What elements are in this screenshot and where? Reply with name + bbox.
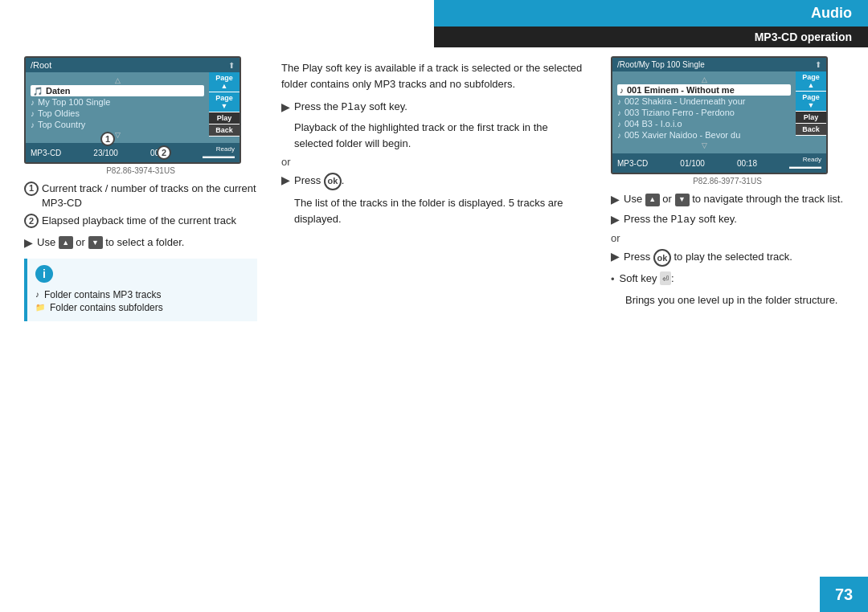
softkey-icon: ⏎: [660, 271, 671, 285]
left-img-ref: P82.86-3974-31US: [24, 166, 257, 175]
left-screen-footer: MP3-CD 23/100 00:18 Ready ▬▬▬▬▬: [26, 143, 240, 162]
left-device-screen: /Root ⬆ Page ▲ Page ▼ Play Back △ 🎵: [24, 56, 241, 164]
or-1: or: [281, 156, 587, 168]
music-icon-2: ♪: [31, 109, 35, 118]
left-screen-path: /Root ⬆: [26, 58, 240, 72]
header: Audio MP3-CD operation: [434, 0, 868, 47]
right-press-play: ▶ Press the Play soft key.: [611, 212, 844, 227]
page-number: 73: [820, 577, 868, 612]
screen-row-eminem: ♪ 001 Eminem - Without me: [617, 84, 791, 96]
folder-mp3-icon: ♪: [35, 290, 39, 299]
folder-sub-icon: 📁: [35, 303, 45, 312]
right-back-button[interactable]: Back: [796, 124, 826, 136]
soft-key-bullet: • Soft key ⏎:: [611, 271, 844, 287]
nav-down-icon: ▼: [88, 236, 103, 249]
middle-panel: The Play soft key is available if a trac…: [273, 56, 595, 572]
page-down-button[interactable]: Page ▼: [209, 92, 240, 112]
right-device-screen: /Root/My Top 100 Single ⬆ Page ▲ Page ▼ …: [611, 56, 828, 174]
screen-row-daten: 🎵 Daten: [31, 85, 204, 96]
info-row-1: ♪ Folder contains MP3 tracks: [35, 289, 249, 300]
right-press-ok: ▶ Press ok to play the selected track.: [611, 249, 844, 267]
back-button[interactable]: Back: [209, 124, 240, 137]
soft-key-desc: Brings you one level up in the folder st…: [625, 292, 844, 308]
right-nav-down-icon: ▼: [675, 194, 690, 206]
left-screen-wrapper: /Root ⬆ Page ▲ Page ▼ Play Back △ 🎵: [24, 56, 257, 164]
screen-row-top100: ♪ My Top 100 Single: [31, 96, 204, 108]
right-screen-footer: MP3-CD 01/100 00:18 Ready ▬▬▬▬▬: [612, 153, 826, 173]
right-panel: /Root/My Top 100 Single ⬆ Page ▲ Page ▼ …: [611, 56, 844, 572]
play-button[interactable]: Play: [209, 112, 240, 124]
screen-row-b3: ♪ 004 B3 - I.o.i.o: [617, 118, 791, 129]
left-panel: /Root ⬆ Page ▲ Page ▼ Play Back △ 🎵: [24, 56, 257, 572]
callout-1-desc: 1 Current track / number of tracks on th…: [24, 182, 257, 210]
ok-button-icon: ok: [324, 173, 342, 190]
right-play-code: Play: [671, 214, 696, 226]
right-music-icon-2: ♪: [617, 108, 621, 117]
right-screen-buttons: Page ▲ Page ▼ Play Back: [796, 71, 826, 136]
callout-1: 1: [100, 132, 115, 146]
main-content: /Root ⬆ Page ▲ Page ▼ Play Back △ 🎵: [24, 56, 844, 572]
play-code: Play: [342, 101, 366, 113]
step1-desc: Playback of the highlighted track or the…: [294, 120, 587, 151]
right-music-icon-0: ♪: [620, 86, 624, 95]
info-row-2: 📁 Folder contains subfolders: [35, 302, 249, 313]
screen-row-xavier: ♪ 005 Xavier Naidoo - Bevor du: [617, 129, 791, 141]
right-play-button[interactable]: Play: [796, 112, 826, 124]
info-icon: i: [35, 265, 53, 283]
right-use-nav: ▶ Use ▲ or ▼ to navigate through the tra…: [611, 192, 844, 207]
music-icon-1: ♪: [31, 98, 35, 107]
nav-up-icon: ▲: [59, 236, 73, 249]
step2-bullet: ▶ Press ok.: [281, 173, 587, 190]
screen-row-oldies: ♪ Top Oldies: [31, 108, 204, 119]
right-music-icon-4: ♪: [617, 131, 621, 140]
right-music-icon-3: ♪: [617, 120, 621, 129]
info-box: i ♪ Folder contains MP3 tracks 📁 Folder …: [24, 259, 257, 321]
right-page-up-button[interactable]: Page ▲: [796, 71, 826, 92]
right-screen-wrapper: /Root/My Top 100 Single ⬆ Page ▲ Page ▼ …: [611, 56, 844, 174]
step1-bullet: ▶ Press the Play soft key.: [281, 100, 587, 115]
step2-desc: The list of the tracks in the folder is …: [294, 195, 587, 226]
right-nav-up-icon: ▲: [645, 194, 660, 206]
page-up-button[interactable]: Page ▲: [209, 72, 240, 92]
or-2: or: [611, 232, 844, 244]
folder-music-icon: 🎵: [33, 87, 43, 96]
callout-2: 2: [157, 145, 171, 160]
callout-list: 1 Current track / number of tracks on th…: [24, 182, 257, 229]
right-ok-icon: ok: [653, 249, 671, 267]
right-music-icon-1: ♪: [617, 97, 621, 106]
right-page-down-button[interactable]: Page ▼: [796, 92, 826, 112]
screen-row-shakira: ♪ 002 Shakira - Underneath your: [617, 96, 791, 107]
screen-row-country: ♪ Top Country: [31, 119, 204, 130]
right-img-ref: P82.86-3977-31US: [611, 177, 844, 186]
right-screen-content: △ ♪ 001 Eminem - Without me ♪ 002 Shakir…: [612, 71, 826, 153]
intro-text: The Play soft key is available if a trac…: [281, 60, 587, 92]
right-screen-path: /Root/My Top 100 Single ⬆: [612, 58, 826, 71]
music-icon-3: ♪: [31, 120, 35, 129]
header-mp3-label: MP3-CD operation: [434, 27, 868, 47]
header-audio-label: Audio: [434, 0, 868, 27]
use-nav-bullet: ▶ Use ▲ or ▼ to select a folder.: [24, 235, 257, 251]
callout-2-desc: 2 Elapsed playback time of the current t…: [24, 214, 257, 228]
left-screen-buttons: Page ▲ Page ▼ Play Back: [209, 72, 240, 137]
left-screen-content: △ 🎵 Daten ♪ My Top 100 Single ♪ Top Oldi…: [26, 72, 240, 143]
screen-row-tiziano: ♪ 003 Tiziano Ferro - Perdono: [617, 107, 791, 118]
